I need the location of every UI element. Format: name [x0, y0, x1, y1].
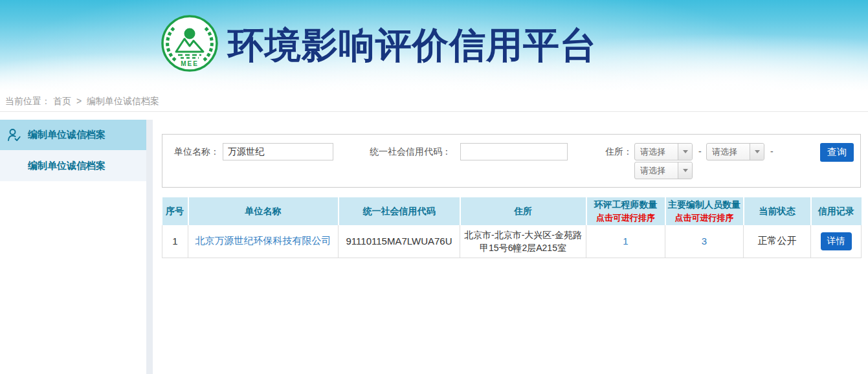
content-area: 编制单位诚信档案 编制单位诚信档案 单位名称： 统一社会信用代码： 住所： 请选… [0, 112, 868, 374]
col-header-credit-record: 信用记录 [811, 197, 862, 225]
caret-down-icon [678, 144, 692, 160]
header-banner: MEE 环境影响评价信用平台 [0, 0, 868, 91]
user-check-icon [6, 127, 22, 143]
sort-hint: 点击可进行排序 [667, 212, 742, 224]
col-header-staff-count-sort[interactable]: 主要编制人员数量 点击可进行排序 [665, 197, 744, 225]
col-header-company: 单位名称 [188, 197, 339, 225]
sidebar-subitem-credit-archive[interactable]: 编制单位诚信档案 [0, 150, 146, 181]
breadcrumb-home-link[interactable]: 首页 [53, 96, 71, 106]
staff-count-link[interactable]: 3 [702, 236, 707, 247]
table-header-row: 序号 单位名称 统一社会信用代码 住所 环评工程师数量 点击可进行排序 主要编制… [162, 197, 862, 225]
results-table: 序号 单位名称 统一社会信用代码 住所 环评工程师数量 点击可进行排序 主要编制… [162, 197, 862, 258]
breadcrumb: 当前位置：首页 > 编制单位诚信档案 [0, 91, 868, 112]
credit-code-input[interactable] [460, 143, 568, 160]
company-link[interactable]: 北京万源世纪环保科技有限公司 [195, 235, 331, 246]
cell-index: 1 [162, 225, 188, 258]
address-dash-2: - [770, 143, 773, 160]
breadcrumb-separator: > [76, 96, 82, 106]
breadcrumb-prefix: 当前位置： [5, 96, 50, 106]
col-header-engineer-count-sort[interactable]: 环评工程师数量 点击可进行排序 [586, 197, 665, 225]
sidebar: 编制单位诚信档案 编制单位诚信档案 [0, 120, 146, 181]
company-name-input[interactable] [223, 143, 333, 160]
col-header-index: 序号 [162, 197, 188, 225]
sidebar-item-credit-archive[interactable]: 编制单位诚信档案 [0, 120, 146, 150]
sidebar-subitem-label: 编制单位诚信档案 [28, 160, 106, 172]
search-form: 单位名称： 统一社会信用代码： 住所： 请选择 - 请选择 - 请选择 查询 [162, 134, 861, 188]
address-dash-1: - [698, 143, 702, 160]
col-header-credit-code: 统一社会信用代码 [339, 197, 460, 225]
province-select[interactable]: 请选择 [634, 143, 693, 160]
svg-text:MEE: MEE [181, 60, 199, 67]
city-select[interactable]: 请选择 [706, 143, 764, 160]
sort-hint: 点击可进行排序 [588, 212, 663, 224]
sidebar-divider [146, 120, 153, 374]
col-header-status: 当前状态 [744, 197, 811, 225]
district-select[interactable]: 请选择 [634, 162, 693, 179]
engineer-count-link[interactable]: 1 [623, 236, 628, 247]
caret-down-icon [678, 162, 692, 179]
cell-address: 北京市-北京市-大兴区-金苑路甲15号6幢2层A215室 [460, 225, 586, 258]
credit-code-label: 统一社会信用代码： [370, 143, 451, 160]
mee-logo-icon: MEE [161, 13, 219, 74]
col-header-address: 住所 [460, 197, 586, 225]
caret-down-icon [750, 144, 764, 160]
company-name-label: 单位名称： [174, 143, 219, 160]
detail-button[interactable]: 详情 [821, 232, 852, 250]
main-panel: 单位名称： 统一社会信用代码： 住所： 请选择 - 请选择 - 请选择 查询 [162, 112, 861, 258]
table-row: 1 北京万源世纪环保科技有限公司 91110115MA7LWUA76U 北京市-… [162, 225, 862, 258]
cell-credit-code: 91110115MA7LWUA76U [339, 225, 460, 258]
cell-status: 正常公开 [744, 225, 811, 258]
query-button[interactable]: 查询 [820, 143, 854, 162]
page-title: 环境影响评价信用平台 [228, 22, 597, 69]
sidebar-item-label: 编制单位诚信档案 [28, 129, 106, 141]
breadcrumb-current: 编制单位诚信档案 [87, 96, 159, 106]
address-label: 住所： [605, 143, 632, 160]
